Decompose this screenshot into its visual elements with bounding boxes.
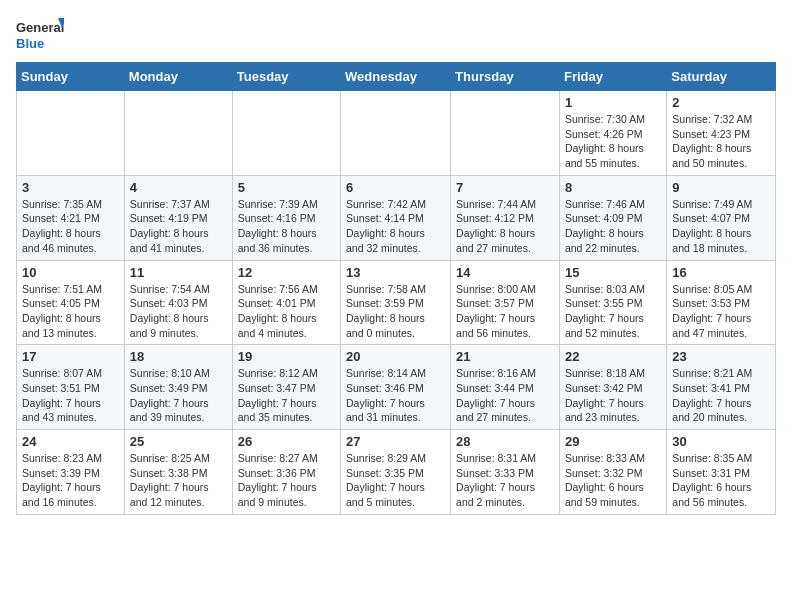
day-info: Sunrise: 7:39 AM Sunset: 4:16 PM Dayligh… <box>238 197 335 256</box>
calendar-day-cell: 22Sunrise: 8:18 AM Sunset: 3:42 PM Dayli… <box>559 345 666 430</box>
day-info: Sunrise: 7:58 AM Sunset: 3:59 PM Dayligh… <box>346 282 445 341</box>
calendar-day-cell: 16Sunrise: 8:05 AM Sunset: 3:53 PM Dayli… <box>667 260 776 345</box>
day-number: 18 <box>130 349 227 364</box>
calendar-day-cell: 17Sunrise: 8:07 AM Sunset: 3:51 PM Dayli… <box>17 345 125 430</box>
day-info: Sunrise: 7:44 AM Sunset: 4:12 PM Dayligh… <box>456 197 554 256</box>
day-number: 17 <box>22 349 119 364</box>
day-number: 11 <box>130 265 227 280</box>
calendar-day-cell: 14Sunrise: 8:00 AM Sunset: 3:57 PM Dayli… <box>451 260 560 345</box>
calendar-day-cell: 1Sunrise: 7:30 AM Sunset: 4:26 PM Daylig… <box>559 91 666 176</box>
calendar-day-cell: 26Sunrise: 8:27 AM Sunset: 3:36 PM Dayli… <box>232 430 340 515</box>
calendar-day-cell <box>341 91 451 176</box>
calendar-day-cell: 21Sunrise: 8:16 AM Sunset: 3:44 PM Dayli… <box>451 345 560 430</box>
day-info: Sunrise: 8:18 AM Sunset: 3:42 PM Dayligh… <box>565 366 661 425</box>
day-number: 12 <box>238 265 335 280</box>
day-number: 8 <box>565 180 661 195</box>
day-info: Sunrise: 7:56 AM Sunset: 4:01 PM Dayligh… <box>238 282 335 341</box>
day-info: Sunrise: 8:35 AM Sunset: 3:31 PM Dayligh… <box>672 451 770 510</box>
calendar-body: 1Sunrise: 7:30 AM Sunset: 4:26 PM Daylig… <box>17 91 776 515</box>
day-info: Sunrise: 8:10 AM Sunset: 3:49 PM Dayligh… <box>130 366 227 425</box>
weekday-header-cell: Friday <box>559 63 666 91</box>
day-info: Sunrise: 7:35 AM Sunset: 4:21 PM Dayligh… <box>22 197 119 256</box>
svg-text:Blue: Blue <box>16 36 44 51</box>
calendar-day-cell: 28Sunrise: 8:31 AM Sunset: 3:33 PM Dayli… <box>451 430 560 515</box>
calendar-day-cell: 2Sunrise: 7:32 AM Sunset: 4:23 PM Daylig… <box>667 91 776 176</box>
day-number: 25 <box>130 434 227 449</box>
day-number: 15 <box>565 265 661 280</box>
day-info: Sunrise: 7:42 AM Sunset: 4:14 PM Dayligh… <box>346 197 445 256</box>
calendar-day-cell: 7Sunrise: 7:44 AM Sunset: 4:12 PM Daylig… <box>451 175 560 260</box>
day-number: 30 <box>672 434 770 449</box>
calendar-day-cell <box>232 91 340 176</box>
calendar-day-cell: 15Sunrise: 8:03 AM Sunset: 3:55 PM Dayli… <box>559 260 666 345</box>
day-info: Sunrise: 8:07 AM Sunset: 3:51 PM Dayligh… <box>22 366 119 425</box>
calendar-day-cell <box>17 91 125 176</box>
day-number: 1 <box>565 95 661 110</box>
weekday-header-cell: Wednesday <box>341 63 451 91</box>
day-number: 24 <box>22 434 119 449</box>
day-number: 28 <box>456 434 554 449</box>
calendar-day-cell: 6Sunrise: 7:42 AM Sunset: 4:14 PM Daylig… <box>341 175 451 260</box>
day-info: Sunrise: 8:14 AM Sunset: 3:46 PM Dayligh… <box>346 366 445 425</box>
calendar-table: SundayMondayTuesdayWednesdayThursdayFrid… <box>16 62 776 515</box>
day-info: Sunrise: 8:16 AM Sunset: 3:44 PM Dayligh… <box>456 366 554 425</box>
weekday-header-row: SundayMondayTuesdayWednesdayThursdayFrid… <box>17 63 776 91</box>
day-number: 13 <box>346 265 445 280</box>
calendar-week-row: 17Sunrise: 8:07 AM Sunset: 3:51 PM Dayli… <box>17 345 776 430</box>
day-number: 27 <box>346 434 445 449</box>
day-info: Sunrise: 7:37 AM Sunset: 4:19 PM Dayligh… <box>130 197 227 256</box>
calendar-week-row: 10Sunrise: 7:51 AM Sunset: 4:05 PM Dayli… <box>17 260 776 345</box>
day-number: 20 <box>346 349 445 364</box>
day-number: 7 <box>456 180 554 195</box>
day-info: Sunrise: 7:32 AM Sunset: 4:23 PM Dayligh… <box>672 112 770 171</box>
calendar-day-cell: 19Sunrise: 8:12 AM Sunset: 3:47 PM Dayli… <box>232 345 340 430</box>
calendar-day-cell: 27Sunrise: 8:29 AM Sunset: 3:35 PM Dayli… <box>341 430 451 515</box>
day-number: 23 <box>672 349 770 364</box>
day-number: 14 <box>456 265 554 280</box>
day-info: Sunrise: 8:03 AM Sunset: 3:55 PM Dayligh… <box>565 282 661 341</box>
day-number: 21 <box>456 349 554 364</box>
weekday-header-cell: Saturday <box>667 63 776 91</box>
day-number: 19 <box>238 349 335 364</box>
day-info: Sunrise: 8:29 AM Sunset: 3:35 PM Dayligh… <box>346 451 445 510</box>
day-info: Sunrise: 7:54 AM Sunset: 4:03 PM Dayligh… <box>130 282 227 341</box>
day-info: Sunrise: 8:21 AM Sunset: 3:41 PM Dayligh… <box>672 366 770 425</box>
day-info: Sunrise: 8:23 AM Sunset: 3:39 PM Dayligh… <box>22 451 119 510</box>
calendar-day-cell: 20Sunrise: 8:14 AM Sunset: 3:46 PM Dayli… <box>341 345 451 430</box>
calendar-day-cell: 24Sunrise: 8:23 AM Sunset: 3:39 PM Dayli… <box>17 430 125 515</box>
page-header: General Blue <box>16 16 776 54</box>
day-info: Sunrise: 7:51 AM Sunset: 4:05 PM Dayligh… <box>22 282 119 341</box>
day-info: Sunrise: 8:33 AM Sunset: 3:32 PM Dayligh… <box>565 451 661 510</box>
calendar-day-cell: 8Sunrise: 7:46 AM Sunset: 4:09 PM Daylig… <box>559 175 666 260</box>
calendar-day-cell: 11Sunrise: 7:54 AM Sunset: 4:03 PM Dayli… <box>124 260 232 345</box>
calendar-day-cell: 13Sunrise: 7:58 AM Sunset: 3:59 PM Dayli… <box>341 260 451 345</box>
day-info: Sunrise: 7:49 AM Sunset: 4:07 PM Dayligh… <box>672 197 770 256</box>
day-number: 2 <box>672 95 770 110</box>
calendar-day-cell: 12Sunrise: 7:56 AM Sunset: 4:01 PM Dayli… <box>232 260 340 345</box>
calendar-day-cell: 3Sunrise: 7:35 AM Sunset: 4:21 PM Daylig… <box>17 175 125 260</box>
calendar-day-cell: 29Sunrise: 8:33 AM Sunset: 3:32 PM Dayli… <box>559 430 666 515</box>
weekday-header-cell: Sunday <box>17 63 125 91</box>
day-info: Sunrise: 8:05 AM Sunset: 3:53 PM Dayligh… <box>672 282 770 341</box>
logo-svg: General Blue <box>16 16 64 54</box>
day-number: 29 <box>565 434 661 449</box>
day-number: 16 <box>672 265 770 280</box>
logo: General Blue <box>16 16 64 54</box>
calendar-day-cell: 4Sunrise: 7:37 AM Sunset: 4:19 PM Daylig… <box>124 175 232 260</box>
day-info: Sunrise: 8:27 AM Sunset: 3:36 PM Dayligh… <box>238 451 335 510</box>
calendar-week-row: 3Sunrise: 7:35 AM Sunset: 4:21 PM Daylig… <box>17 175 776 260</box>
day-info: Sunrise: 7:46 AM Sunset: 4:09 PM Dayligh… <box>565 197 661 256</box>
calendar-day-cell: 18Sunrise: 8:10 AM Sunset: 3:49 PM Dayli… <box>124 345 232 430</box>
calendar-day-cell: 9Sunrise: 7:49 AM Sunset: 4:07 PM Daylig… <box>667 175 776 260</box>
calendar-week-row: 1Sunrise: 7:30 AM Sunset: 4:26 PM Daylig… <box>17 91 776 176</box>
calendar-day-cell: 10Sunrise: 7:51 AM Sunset: 4:05 PM Dayli… <box>17 260 125 345</box>
calendar-day-cell <box>451 91 560 176</box>
day-number: 6 <box>346 180 445 195</box>
weekday-header-cell: Monday <box>124 63 232 91</box>
day-number: 5 <box>238 180 335 195</box>
calendar-day-cell: 23Sunrise: 8:21 AM Sunset: 3:41 PM Dayli… <box>667 345 776 430</box>
svg-text:General: General <box>16 20 64 35</box>
day-number: 9 <box>672 180 770 195</box>
calendar-day-cell: 5Sunrise: 7:39 AM Sunset: 4:16 PM Daylig… <box>232 175 340 260</box>
calendar-day-cell: 25Sunrise: 8:25 AM Sunset: 3:38 PM Dayli… <box>124 430 232 515</box>
